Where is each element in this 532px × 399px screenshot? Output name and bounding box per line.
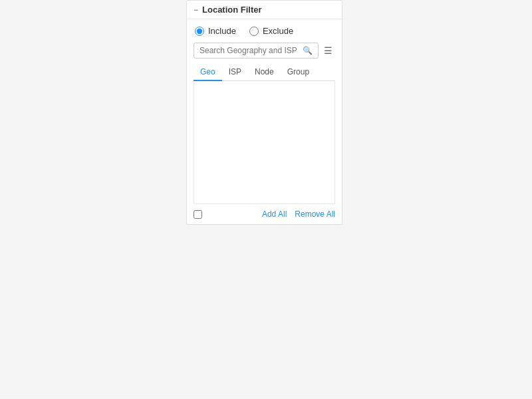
include-label: Include bbox=[208, 26, 236, 36]
add-all-button[interactable]: Add All bbox=[262, 209, 287, 219]
search-icon: 🔍 bbox=[303, 46, 313, 55]
remove-all-button[interactable]: Remove All bbox=[295, 209, 335, 219]
exclude-label: Exclude bbox=[263, 26, 293, 36]
tabs-row: Geo ISP Node Group bbox=[194, 64, 335, 81]
include-option[interactable]: Include bbox=[195, 26, 236, 36]
include-radio[interactable] bbox=[195, 27, 204, 36]
search-box: 🔍 bbox=[194, 43, 319, 59]
tab-node[interactable]: Node bbox=[248, 64, 281, 81]
tab-content-area bbox=[194, 81, 335, 204]
select-all-checkbox[interactable] bbox=[194, 210, 202, 219]
collapse-icon[interactable]: − bbox=[194, 5, 198, 15]
tab-group[interactable]: Group bbox=[281, 64, 316, 81]
page-container: − Location Filter Include Exclude 🔍 ☰ G bbox=[0, 0, 532, 399]
filter-header: − Location Filter bbox=[187, 1, 342, 19]
search-row: 🔍 ☰ bbox=[187, 43, 342, 64]
list-view-button[interactable]: ☰ bbox=[321, 44, 335, 57]
filter-options: Include Exclude bbox=[187, 19, 342, 43]
exclude-option[interactable]: Exclude bbox=[249, 26, 293, 36]
location-filter-panel: − Location Filter Include Exclude 🔍 ☰ G bbox=[186, 0, 342, 225]
list-icon: ☰ bbox=[324, 45, 332, 56]
tab-isp[interactable]: ISP bbox=[222, 64, 248, 81]
exclude-radio[interactable] bbox=[249, 27, 259, 36]
search-input[interactable] bbox=[200, 46, 300, 55]
tab-geo[interactable]: Geo bbox=[194, 64, 222, 81]
filter-title: Location Filter bbox=[202, 5, 262, 15]
footer-row: Add All Remove All bbox=[187, 204, 342, 224]
